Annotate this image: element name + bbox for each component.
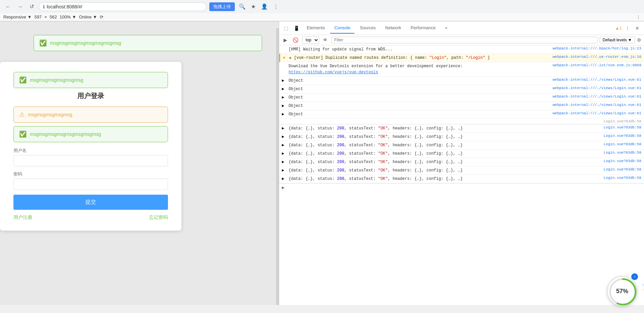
upload-speed: ↑ 0K/s [642, 283, 644, 287]
console-source-obj3[interactable]: webpack-internal:///…/views/Login.vue:61 [553, 94, 641, 99]
console-line-resp2: ▶ {data: {…}, status: 200, statusText: "… [279, 133, 644, 141]
forgot-link[interactable]: 忘记密码 [149, 214, 168, 221]
more-menu-button[interactable]: ⋮ [272, 2, 280, 11]
form-links: 用户注册 忘记密码 [13, 214, 168, 221]
console-source-obj1[interactable]: webpack-internal:///…/views/Login.vue:61 [553, 78, 641, 82]
lock-icon: ℹ [43, 4, 45, 9]
devtools-more-button[interactable]: ⋮ [623, 24, 632, 32]
tab-elements[interactable]: Elements [303, 23, 329, 34]
reload-button[interactable]: ↺ [28, 2, 36, 11]
console-line-obj3: ▶ Object webpack-internal:///…/views/Log… [279, 93, 644, 102]
console-output: [HMR] Waiting for update signal from WDS… [279, 45, 644, 305]
expand-icon-5[interactable]: ▶ [282, 111, 287, 117]
devtools-toolbar: ⬚ 📱 Elements Console Sources Network Per… [279, 22, 644, 35]
tab-more[interactable]: » [441, 23, 452, 34]
console-source-obj4[interactable]: webpack-internal:///…/views/Login.vue:61 [553, 103, 641, 107]
expand-icon[interactable]: ▶ [290, 56, 292, 60]
console-eye-button[interactable]: 👁 [321, 36, 329, 44]
console-source-resp6[interactable]: Login.vue?03db:58 [581, 167, 641, 171]
console-source-resp1[interactable]: Login.vue?03db:58 [581, 125, 641, 129]
tab-network[interactable]: Network [381, 23, 405, 34]
username-input[interactable] [13, 155, 168, 166]
levels-dropdown[interactable]: Default levels ▼ [600, 37, 635, 43]
warning-triangle-icon: ▲ [283, 55, 288, 60]
console-source-resp5[interactable]: Login.vue?03db:58 [581, 159, 641, 163]
info-icon-vue [282, 63, 287, 64]
console-line-warning: ▲ ▶ [vue-router] Duplicate named routes … [279, 54, 644, 62]
cloud-upload-button[interactable]: 拖拽上传 [209, 2, 235, 11]
search-button[interactable]: 🔍 [238, 2, 247, 11]
console-line-obj5: ▶ Object webpack-internal:///…/views/Log… [279, 110, 644, 119]
vue-devtools-link[interactable]: https://github.com/vuejs/vue-devtools [289, 70, 378, 75]
viewport-width: 597 [34, 14, 42, 19]
tab-console[interactable]: Console [330, 23, 354, 34]
expand-resp-1[interactable]: ▶ [282, 125, 287, 131]
console-source-obj2[interactable]: webpack-internal:///…/views/Login.vue:61 [553, 86, 641, 90]
console-line-resp7: ▶ {data: {…}, status: 200, statusText: "… [279, 175, 644, 183]
top-notifications: ✅ msgmsgmsgmsgmsgmsgmsgmsg [34, 35, 262, 51]
viewport-x: × [44, 14, 47, 19]
console-text: [HMR] Waiting for update signal from WDS… [289, 46, 551, 52]
expand-icon-4[interactable]: ▶ [282, 103, 287, 108]
expand-resp-5[interactable]: ▶ [282, 159, 287, 164]
back-button[interactable]: ← [3, 2, 13, 11]
responsive-more-button[interactable]: ⋮ [636, 14, 641, 19]
username-group: 用户名 [13, 148, 168, 166]
rotate-icon[interactable]: ⟳ [100, 14, 103, 19]
tab-performance[interactable]: Performance [406, 23, 439, 34]
card-warning-text: msgmsgmsgmsgmsg [28, 112, 72, 117]
submit-button[interactable]: 提交 [13, 195, 168, 210]
bookmark-button[interactable]: ★ [250, 2, 257, 11]
tab-sources[interactable]: Sources [356, 23, 380, 34]
expand-icon-3[interactable]: ▶ [282, 94, 287, 100]
console-input[interactable] [286, 185, 641, 190]
expand-resp-4[interactable]: ▶ [282, 151, 287, 156]
console-text-vue: Download the Vue Devtools extension for … [289, 63, 551, 75]
success-icon-2: ✅ [19, 130, 27, 138]
expand-resp-7[interactable]: ▶ [282, 176, 287, 181]
console-filter-input[interactable] [331, 37, 598, 43]
console-source-obj5[interactable]: webpack-internal:///…/views/Login.vue:61 [553, 111, 641, 115]
forward-button[interactable]: → [15, 2, 25, 11]
register-link[interactable]: 用户注册 [13, 214, 32, 221]
console-line-resp4: ▶ {data: {…}, status: 200, statusText: "… [279, 150, 644, 158]
expand-resp-3[interactable]: ▶ [282, 142, 287, 148]
username-label: 用户名 [13, 148, 168, 154]
browser-chrome: ← → ↺ ℹ localhost:8088/#/ 拖拽上传 🔍 ★ 👤 ⋮ R… [0, 0, 644, 22]
top-success-alert: ✅ msgmsgmsgmsgmsgmsgmsgmsg [34, 35, 262, 51]
responsive-mode[interactable]: Responsive ▼ [3, 14, 32, 19]
password-input[interactable] [13, 179, 168, 190]
responsive-bar: Responsive ▼ 597 × 562 100% ▼ Online ▼ ⟳… [0, 13, 644, 21]
network-mode[interactable]: Online ▼ [79, 14, 97, 19]
console-source-vue[interactable]: webpack-internal:///…ist/vue.esm.js:9069 [553, 63, 641, 67]
toolbar-right: 拖拽上传 🔍 ★ 👤 ⋮ [209, 2, 280, 11]
expand-resp-6[interactable]: ▶ [282, 167, 287, 173]
info-icon [282, 46, 287, 47]
context-select[interactable]: top [302, 36, 319, 44]
viewport-height: 562 [50, 14, 57, 19]
inspect-element-button[interactable]: ⬚ [282, 24, 290, 32]
device-toolbar-button[interactable]: 📱 [292, 24, 301, 32]
account-button[interactable]: 👤 [260, 2, 269, 11]
console-block-button[interactable]: 🚫 [291, 36, 300, 44]
console-source-resp2[interactable]: Login.vue?03db:58 [581, 134, 641, 138]
console-source-resp7[interactable]: Login.vue?03db:58 [581, 176, 641, 180]
progress-percent: 57% [616, 288, 628, 295]
console-play-button[interactable]: ▶ [282, 36, 289, 44]
console-text-resp3: {data: {…}, status: 200, statusText: "OK… [289, 142, 579, 148]
expand-icon-1[interactable]: ▶ [282, 78, 287, 83]
speed-display: ↑ 0K/s ↓ 0.07K/s [642, 283, 644, 291]
console-source-warning[interactable]: webpack-internal:///…ue-router.esm.js:16 [553, 55, 641, 59]
console-source[interactable]: webpack-internal:///…bpack/hot/log.js:23 [553, 46, 641, 50]
main-area: ✅ msgmsgmsgmsgmsgmsgmsgmsg ✅ msgmsgmsgms… [0, 22, 644, 305]
zoom-level[interactable]: 100% ▼ [59, 14, 76, 19]
console-source-resp3[interactable]: Login.vue?03db:58 [581, 142, 641, 146]
console-source-resp4[interactable]: Login.vue?03db:58 [581, 151, 641, 155]
address-bar[interactable]: ℹ localhost:8088/#/ [39, 2, 207, 11]
console-settings-button[interactable]: ⚙ [637, 37, 641, 43]
expand-icon-2[interactable]: ▶ [282, 86, 287, 91]
card-success-alert-1: ✅ msgmsgmsgmsgmsgmsg [13, 72, 168, 88]
expand-resp-2[interactable]: ▶ [282, 134, 287, 139]
devtools-close-button[interactable]: ✕ [633, 24, 641, 32]
password-group: 密码 [13, 171, 168, 190]
